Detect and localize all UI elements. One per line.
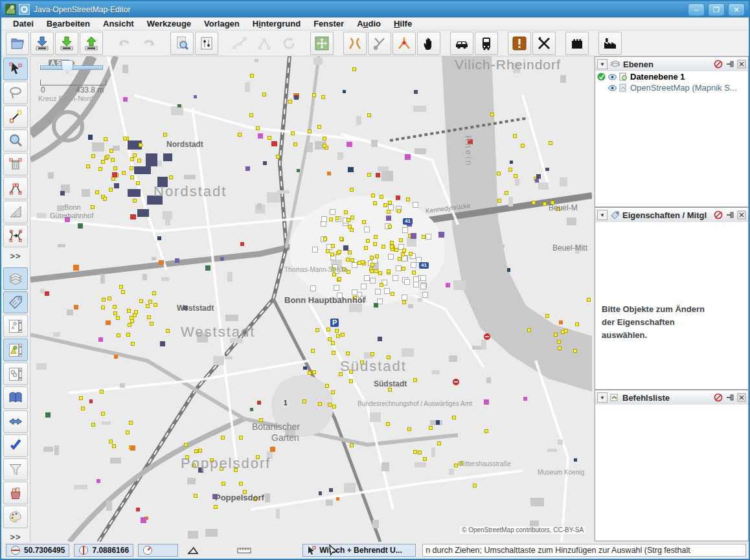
download-button[interactable] — [55, 32, 78, 55]
lasso-tool-button[interactable] — [3, 82, 28, 104]
toggle-dialogs-button[interactable] — [195, 32, 218, 55]
poi-box — [420, 275, 426, 281]
minimize-button[interactable]: – — [688, 3, 705, 16]
stick-dialog-icon[interactable] — [725, 210, 734, 219]
search-preferences-button[interactable] — [170, 32, 194, 55]
search-preferences-icon — [174, 36, 190, 51]
properties-body: Bitte Objekte zum Ändern der Eigenschaft… — [595, 222, 748, 389]
map-label: Nordstadt — [153, 185, 227, 199]
collapse-icon[interactable]: ▼ — [597, 59, 608, 69]
warning-button[interactable] — [508, 32, 531, 55]
undo-icon — [117, 36, 132, 51]
hide-dialog-icon[interactable] — [714, 210, 723, 219]
collapse-icon[interactable]: ▼ — [597, 210, 608, 220]
membership-tool-button[interactable] — [3, 363, 28, 385]
data-node — [406, 197, 410, 201]
hide-dialog-icon[interactable] — [714, 60, 723, 69]
data-node — [390, 245, 394, 249]
validator-tool-button[interactable] — [3, 434, 28, 457]
close-dialog-icon[interactable] — [737, 210, 746, 219]
properties-empty-message: Bitte Objekte zum Ändern der Eigenschaft… — [602, 303, 705, 342]
data-node — [337, 277, 341, 281]
car-button[interactable] — [450, 32, 473, 55]
merge-ways-tool-button[interactable] — [3, 225, 28, 247]
selection-list-tool-button[interactable] — [3, 339, 28, 361]
data-node — [387, 269, 391, 273]
draw-node-tool-button[interactable] — [3, 106, 28, 128]
menu-item-hintergrund[interactable]: Hintergrund — [246, 19, 307, 28]
collapse-icon[interactable]: ▼ — [597, 392, 608, 403]
close-button[interactable]: ✕ — [728, 3, 745, 16]
title-bar[interactable]: Java-OpenStreetMap-Editor – ❐ ✕ — [1, 1, 749, 17]
map-label: Rittershausstraße — [460, 461, 511, 467]
data-node — [323, 237, 327, 241]
menu-item-werkzeuge[interactable]: Werkzeuge — [141, 19, 198, 28]
open-button[interactable] — [6, 32, 29, 55]
data-node — [101, 306, 105, 309]
map-canvas[interactable]: Vilich-RheindorfKreuz Bonn-NordNordstadt… — [30, 56, 592, 542]
data-node — [388, 225, 392, 229]
close-dialog-icon[interactable] — [737, 60, 746, 69]
data-node — [121, 290, 125, 294]
unglue-button[interactable] — [392, 32, 416, 55]
map-label: Garten — [271, 433, 299, 442]
changeset-tool-button[interactable] — [3, 482, 28, 504]
more-dialogs-button[interactable]: >> — [10, 532, 21, 542]
poi-icon — [263, 161, 266, 164]
map-styles-tool-button[interactable] — [3, 506, 28, 528]
split-way-button[interactable] — [343, 32, 367, 55]
data-node — [147, 315, 151, 319]
menu-item-vorlagen[interactable]: Vorlagen — [198, 19, 246, 28]
stick-dialog-icon[interactable] — [725, 393, 734, 402]
angle-tool-button[interactable] — [3, 201, 28, 223]
conflict-tool-button[interactable] — [3, 410, 28, 433]
save-button[interactable] — [30, 32, 54, 55]
building — [481, 340, 486, 350]
select-tool-button[interactable] — [3, 58, 28, 80]
poi-box — [312, 247, 318, 252]
building — [418, 298, 422, 302]
menu-item-hilfe[interactable]: Hilfe — [387, 19, 418, 28]
relation-list-tool-button[interactable] — [3, 315, 28, 337]
delete-tool-button[interactable] — [3, 153, 28, 175]
layer-row-data[interactable]: Datenebene 1 — [595, 71, 748, 82]
close-dialog-icon[interactable] — [737, 393, 746, 402]
hide-dialog-icon[interactable] — [714, 393, 723, 402]
maximize-button[interactable]: ❐ — [708, 3, 725, 16]
stick-dialog-icon[interactable] — [725, 60, 734, 69]
layers-tool-button[interactable] — [3, 267, 28, 290]
zoom-tool-button[interactable] — [3, 129, 28, 152]
layers-panel-header[interactable]: ▼ Ebenen — [595, 57, 748, 72]
menu-item-audio[interactable]: Audio — [350, 19, 387, 28]
menu-item-fenster[interactable]: Fenster — [307, 19, 350, 28]
data-node — [347, 218, 350, 222]
cut-way-button[interactable] — [368, 32, 391, 55]
command-stack-tool-button[interactable] — [3, 386, 28, 409]
layer-visible-eye-icon[interactable] — [608, 85, 617, 91]
building — [547, 449, 557, 453]
data-node — [317, 125, 321, 129]
layer-visible-eye-icon[interactable] — [608, 74, 617, 80]
layer-row-imagery[interactable]: OpenStreetMap (Mapnik S... — [595, 82, 748, 93]
unglue-node-tool-button[interactable] — [3, 177, 28, 199]
menu-item-bearbeiten[interactable]: Bearbeiten — [40, 19, 97, 28]
upload-button[interactable] — [80, 32, 103, 55]
tags-tool-button[interactable] — [3, 291, 28, 314]
hand-button[interactable] — [417, 32, 440, 55]
move-map-button[interactable] — [310, 32, 334, 55]
command-stack-header[interactable]: ▼ Befehlsliste — [595, 390, 748, 405]
menu-item-ansicht[interactable]: Ansicht — [97, 19, 141, 28]
more-tools-button[interactable]: >> — [10, 251, 21, 261]
works-button[interactable] — [598, 32, 622, 55]
castle-button[interactable] — [565, 32, 589, 55]
properties-panel-header[interactable]: ▼ Eigenschaften / Mitgl — [595, 208, 748, 223]
zoom-icon — [8, 133, 23, 148]
map-label: Vilich-Rheindorf — [455, 58, 561, 71]
data-node — [374, 235, 378, 239]
menu-item-datei[interactable]: Datei — [6, 19, 40, 28]
filter-tool-button[interactable] — [3, 458, 28, 481]
layer-active-check-icon[interactable] — [597, 73, 606, 81]
restaurant-button[interactable] — [532, 32, 556, 55]
status-help-text: n durch Ziehen; Umschalttaste zum Hinzuf… — [422, 544, 746, 557]
bus-button[interactable] — [475, 32, 498, 55]
